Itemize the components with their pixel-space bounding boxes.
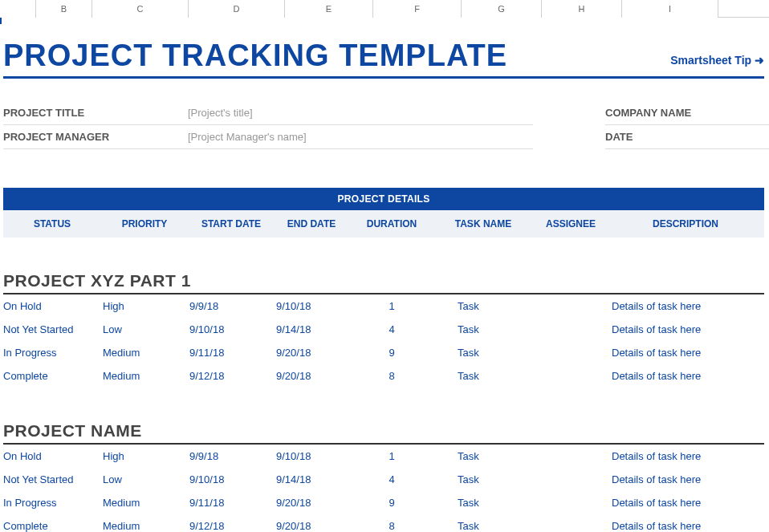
cell-start-date[interactable]: 9/11/18 <box>188 341 275 364</box>
cell-duration[interactable]: 8 <box>348 364 435 388</box>
cell-task-name[interactable]: Task <box>435 294 531 318</box>
cell-end-date[interactable]: 9/14/18 <box>275 318 348 341</box>
cell-end-date[interactable]: 9/10/18 <box>275 294 348 318</box>
cell-status[interactable]: In Progress <box>3 341 101 364</box>
cell-duration[interactable]: 1 <box>348 294 435 318</box>
cell-description[interactable]: Details of task here <box>610 364 761 388</box>
cell-priority[interactable]: Medium <box>101 341 188 364</box>
cell-priority[interactable]: High <box>101 294 188 318</box>
cell-status[interactable]: Complete <box>3 514 101 532</box>
cell-description[interactable]: Details of task here <box>610 294 761 318</box>
cell-start-date[interactable]: 9/11/18 <box>188 491 275 514</box>
header-duration: DURATION <box>348 210 435 238</box>
project-title-field[interactable]: [Project's title] <box>188 107 253 119</box>
table-row[interactable]: Not Yet StartedLow9/10/189/14/184TaskDet… <box>3 468 764 491</box>
cell-description[interactable]: Details of task here <box>610 445 761 468</box>
cell-assignee[interactable] <box>531 318 610 341</box>
cell-task-name[interactable]: Task <box>435 468 531 491</box>
cell-start-date[interactable]: 9/12/18 <box>188 364 275 388</box>
table-row[interactable]: In ProgressMedium9/11/189/20/189TaskDeta… <box>3 491 764 514</box>
cell-status[interactable]: Complete <box>3 364 101 388</box>
table-header-row: STATUS PRIORITY START DATE END DATE DURA… <box>3 210 764 238</box>
cell-end-date[interactable]: 9/20/18 <box>275 514 348 532</box>
table-row[interactable]: Not Yet StartedLow9/10/189/14/184TaskDet… <box>3 318 764 341</box>
cell-description[interactable]: Details of task here <box>610 491 761 514</box>
cell-task-name[interactable]: Task <box>435 341 531 364</box>
cell-status[interactable]: In Progress <box>3 491 101 514</box>
col-header[interactable]: B <box>36 0 92 18</box>
section-heading: PROJECT XYZ PART 1 <box>3 271 764 294</box>
cell-duration[interactable]: 4 <box>348 318 435 341</box>
cell-start-date[interactable]: 9/9/18 <box>188 445 275 468</box>
project-title-label: PROJECT TITLE <box>3 107 188 119</box>
cell-duration[interactable]: 9 <box>348 341 435 364</box>
project-manager-label: PROJECT MANAGER <box>3 131 188 143</box>
col-header[interactable]: H <box>542 0 622 18</box>
cell-description[interactable]: Details of task here <box>610 318 761 341</box>
cell-end-date[interactable]: 9/14/18 <box>275 468 348 491</box>
cell-end-date[interactable]: 9/20/18 <box>275 491 348 514</box>
cell-description[interactable]: Details of task here <box>610 468 761 491</box>
cell-priority[interactable]: High <box>101 445 188 468</box>
cell-assignee[interactable] <box>531 491 610 514</box>
cell-end-date[interactable]: 9/10/18 <box>275 445 348 468</box>
cell-duration[interactable]: 1 <box>348 445 435 468</box>
cell-task-name[interactable]: Task <box>435 514 531 532</box>
cell-assignee[interactable] <box>531 341 610 364</box>
cell-start-date[interactable]: 9/9/18 <box>188 294 275 318</box>
cell-assignee[interactable] <box>531 468 610 491</box>
cell-duration[interactable]: 9 <box>348 491 435 514</box>
smartsheet-tip-link[interactable]: Smartsheet Tip ➜ <box>670 54 764 73</box>
header-description: DESCRIPTION <box>610 210 761 238</box>
cell-description[interactable]: Details of task here <box>610 341 761 364</box>
cell-start-date[interactable]: 9/12/18 <box>188 514 275 532</box>
table-row[interactable]: In ProgressMedium9/11/189/20/189TaskDeta… <box>3 341 764 364</box>
cell-task-name[interactable]: Task <box>435 364 531 388</box>
cell-priority[interactable]: Low <box>101 468 188 491</box>
table-row[interactable]: On HoldHigh9/9/189/10/181TaskDetails of … <box>3 294 764 318</box>
cell-description[interactable]: Details of task here <box>610 514 761 532</box>
cell-start-date[interactable]: 9/10/18 <box>188 318 275 341</box>
col-header[interactable]: C <box>92 0 189 18</box>
active-cell-indicator <box>0 18 2 24</box>
project-manager-field[interactable]: [Project Manager's name] <box>188 131 307 143</box>
cell-status[interactable]: On Hold <box>3 445 101 468</box>
header-end-date: END DATE <box>275 210 348 238</box>
header-assignee: ASSIGNEE <box>531 210 610 238</box>
col-header[interactable]: I <box>622 0 718 18</box>
cell-end-date[interactable]: 9/20/18 <box>275 341 348 364</box>
cell-end-date[interactable]: 9/20/18 <box>275 364 348 388</box>
header-task-name: TASK NAME <box>435 210 531 238</box>
table-row[interactable]: CompleteMedium9/12/189/20/188TaskDetails… <box>3 364 764 388</box>
cell-priority[interactable]: Medium <box>101 491 188 514</box>
cell-assignee[interactable] <box>531 294 610 318</box>
cell-task-name[interactable]: Task <box>435 445 531 468</box>
company-name-label: COMPANY NAME <box>605 107 769 119</box>
col-header[interactable]: E <box>285 0 373 18</box>
col-header[interactable]: D <box>189 0 285 18</box>
cell-duration[interactable]: 8 <box>348 514 435 532</box>
col-header[interactable] <box>0 0 36 18</box>
spreadsheet-column-headers: B C D E F G H I <box>0 0 769 18</box>
cell-assignee[interactable] <box>531 445 610 468</box>
cell-status[interactable]: On Hold <box>3 294 101 318</box>
cell-duration[interactable]: 4 <box>348 468 435 491</box>
col-header[interactable]: F <box>373 0 462 18</box>
cell-priority[interactable]: Medium <box>101 514 188 532</box>
page-title: PROJECT TRACKING TEMPLATE <box>3 39 507 73</box>
header-start-date: START DATE <box>188 210 275 238</box>
cell-status[interactable]: Not Yet Started <box>3 318 101 341</box>
cell-start-date[interactable]: 9/10/18 <box>188 468 275 491</box>
table-row[interactable]: On HoldHigh9/9/189/10/181TaskDetails of … <box>3 445 764 468</box>
cell-status[interactable]: Not Yet Started <box>3 468 101 491</box>
header-priority: PRIORITY <box>101 210 188 238</box>
cell-assignee[interactable] <box>531 514 610 532</box>
cell-assignee[interactable] <box>531 364 610 388</box>
section-heading: PROJECT NAME <box>3 421 764 445</box>
cell-priority[interactable]: Low <box>101 318 188 341</box>
cell-task-name[interactable]: Task <box>435 318 531 341</box>
cell-task-name[interactable]: Task <box>435 491 531 514</box>
cell-priority[interactable]: Medium <box>101 364 188 388</box>
col-header[interactable]: G <box>462 0 542 18</box>
table-row[interactable]: CompleteMedium9/12/189/20/188TaskDetails… <box>3 514 764 532</box>
